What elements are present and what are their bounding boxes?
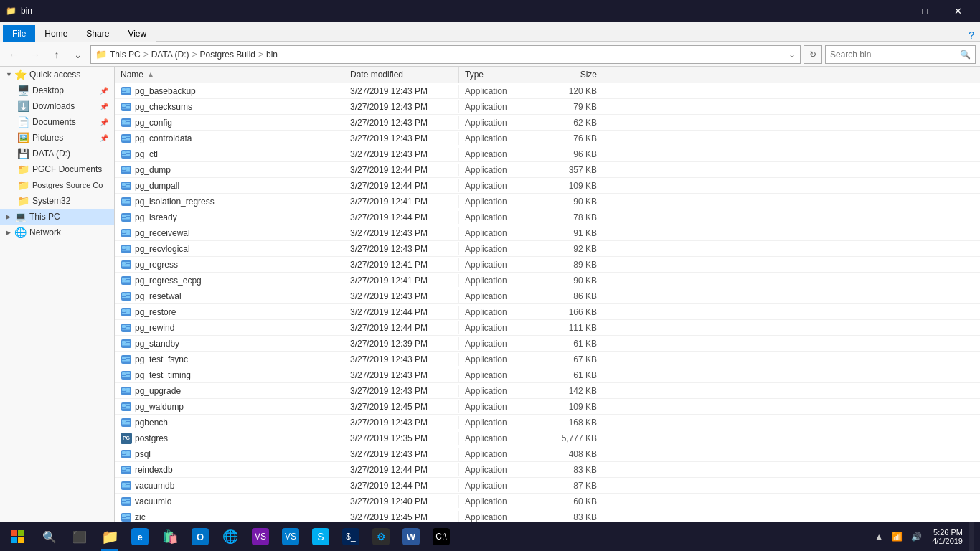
file-name: pg_isready bbox=[115, 210, 344, 225]
taskbar-vs2[interactable]: VS bbox=[275, 522, 306, 551]
tray-network[interactable]: 📶 bbox=[887, 532, 907, 542]
sidebar-item-downloads[interactable]: ⬇️ Downloads 📌 bbox=[0, 98, 114, 114]
tab-share[interactable]: Share bbox=[77, 25, 118, 42]
up-button[interactable]: ↑ bbox=[47, 45, 66, 64]
sidebar-item-pictures[interactable]: 🖼️ Pictures 📌 bbox=[0, 130, 114, 146]
table-row[interactable]: pg_controldata 3/27/2019 12:43 PM Applic… bbox=[115, 131, 980, 146]
table-row[interactable]: pg_dump 3/27/2019 12:44 PM Application 3… bbox=[115, 162, 980, 178]
tab-view[interactable]: View bbox=[118, 25, 156, 42]
col-header-name[interactable]: Name ▲ bbox=[115, 67, 344, 83]
table-row[interactable]: vacuumdb 3/27/2019 12:44 PM Application … bbox=[115, 478, 980, 494]
address-dropdown-button[interactable]: ⌄ bbox=[788, 50, 796, 60]
table-row[interactable]: pg_test_timing 3/27/2019 12:43 PM Applic… bbox=[115, 367, 980, 383]
col-header-type[interactable]: Type bbox=[459, 67, 545, 83]
taskbar-tool[interactable]: ⚙ bbox=[366, 522, 396, 551]
file-type: Application bbox=[459, 164, 545, 176]
file-name: pgbench bbox=[115, 415, 344, 430]
search-box[interactable]: 🔍 bbox=[825, 45, 976, 64]
tray-volume[interactable]: 🔊 bbox=[907, 532, 926, 542]
col-header-size[interactable]: Size bbox=[545, 67, 603, 83]
table-row[interactable]: pg_waldump 3/27/2019 12:45 PM Applicatio… bbox=[115, 399, 980, 415]
table-row[interactable]: pg_standby 3/27/2019 12:39 PM Applicatio… bbox=[115, 336, 980, 352]
table-row[interactable]: vacuumlo 3/27/2019 12:40 PM Application … bbox=[115, 494, 980, 509]
taskbar-search[interactable]: 🔍 bbox=[34, 522, 65, 551]
table-row[interactable]: pg_rewind 3/27/2019 12:44 PM Application… bbox=[115, 320, 980, 336]
taskbar-terminal[interactable]: C:\ bbox=[426, 522, 456, 551]
forward-button[interactable]: → bbox=[26, 45, 44, 64]
breadcrumb-this-pc[interactable]: This PC bbox=[110, 50, 141, 60]
start-button[interactable] bbox=[0, 522, 34, 551]
taskbar-task-view[interactable]: ⬛ bbox=[65, 522, 95, 551]
taskbar-edge[interactable]: e bbox=[125, 522, 155, 551]
app-icon bbox=[121, 243, 132, 255]
sidebar-item-pgcf-documents[interactable]: 📁 PGCF Documents bbox=[0, 161, 114, 177]
file-name: pg_restore bbox=[115, 305, 344, 319]
table-row[interactable]: pg_config 3/27/2019 12:43 PM Application… bbox=[115, 115, 980, 131]
table-row[interactable]: pg_upgrade 3/27/2019 12:43 PM Applicatio… bbox=[115, 383, 980, 399]
help-button[interactable]: ? bbox=[969, 29, 974, 41]
file-size: 111 KB bbox=[545, 321, 603, 334]
sidebar-item-desktop[interactable]: 🖥️ Desktop 📌 bbox=[0, 83, 114, 98]
table-row[interactable]: pg_receivewal 3/27/2019 12:43 PM Applica… bbox=[115, 225, 980, 241]
sidebar-item-quick-access[interactable]: ▼ ⭐ Quick access bbox=[0, 67, 114, 83]
table-row[interactable]: psql 3/27/2019 12:43 PM Application 408 … bbox=[115, 446, 980, 462]
table-row[interactable]: pg_isready 3/27/2019 12:44 PM Applicatio… bbox=[115, 209, 980, 225]
sidebar-item-postgres-source[interactable]: 📁 Postgres Source Co bbox=[0, 177, 114, 193]
minimize-button[interactable]: − bbox=[875, 0, 908, 22]
breadcrumb-bin[interactable]: bin bbox=[266, 50, 278, 60]
back-button[interactable]: ← bbox=[4, 45, 23, 64]
table-row[interactable]: pg_basebackup 3/27/2019 12:43 PM Applica… bbox=[115, 83, 980, 99]
svg-rect-101 bbox=[122, 404, 126, 407]
sidebar-item-documents[interactable]: 📄 Documents 📌 bbox=[0, 114, 114, 130]
taskbar-bash[interactable]: $_ bbox=[336, 522, 366, 551]
taskbar-vs[interactable]: VS bbox=[245, 522, 275, 551]
sidebar-item-system32[interactable]: 📁 System32 bbox=[0, 193, 114, 209]
tray-expand[interactable]: ▲ bbox=[870, 532, 887, 542]
table-row[interactable]: pg_regress 3/27/2019 12:41 PM Applicatio… bbox=[115, 257, 980, 273]
table-row[interactable]: pg_isolation_regress 3/27/2019 12:41 PM … bbox=[115, 194, 980, 209]
svg-rect-16 bbox=[122, 136, 126, 138]
table-row[interactable]: pg_test_fsync 3/27/2019 12:43 PM Applica… bbox=[115, 352, 980, 367]
table-row[interactable]: PG postgres 3/27/2019 12:35 PM Applicati… bbox=[115, 430, 980, 446]
table-row[interactable]: pg_ctl 3/27/2019 12:43 PM Application 96… bbox=[115, 146, 980, 162]
close-button[interactable]: ✕ bbox=[941, 0, 974, 22]
file-date: 3/27/2019 12:43 PM bbox=[344, 290, 459, 303]
table-row[interactable]: pg_resetwal 3/27/2019 12:43 PM Applicati… bbox=[115, 288, 980, 304]
tab-home[interactable]: Home bbox=[35, 25, 77, 42]
breadcrumb-postgres-build[interactable]: Postgres Build bbox=[200, 50, 255, 60]
refresh-button[interactable]: ↻ bbox=[804, 45, 822, 64]
table-row[interactable]: reindexdb 3/27/2019 12:44 PM Application… bbox=[115, 462, 980, 478]
network-arrow: ▶ bbox=[6, 229, 14, 236]
file-name: pg_config bbox=[115, 116, 344, 130]
file-size: 5,777 KB bbox=[545, 432, 603, 445]
table-row[interactable]: pg_recvlogical 3/27/2019 12:43 PM Applic… bbox=[115, 241, 980, 257]
sidebar-item-network[interactable]: ▶ 🌐 Network bbox=[0, 225, 114, 240]
table-row[interactable]: pg_dumpall 3/27/2019 12:44 PM Applicatio… bbox=[115, 178, 980, 194]
sidebar-item-this-pc[interactable]: ▶ 💻 This PC bbox=[0, 209, 114, 225]
sidebar-item-data-d[interactable]: 💾 DATA (D:) bbox=[0, 146, 114, 161]
recent-locations-button[interactable]: ⌄ bbox=[69, 45, 88, 64]
nav-bar: ← → ↑ ⌄ 📁 This PC > DATA (D:) > Postgres… bbox=[0, 42, 980, 67]
table-row[interactable]: pg_checksums 3/27/2019 12:43 PM Applicat… bbox=[115, 99, 980, 115]
svg-rect-68 bbox=[126, 296, 130, 297]
breadcrumb-data-d[interactable]: DATA (D:) bbox=[151, 50, 189, 60]
taskbar-outlook[interactable]: O bbox=[185, 522, 215, 551]
search-input[interactable] bbox=[830, 50, 960, 60]
maximize-button[interactable]: □ bbox=[908, 0, 941, 22]
taskbar-word[interactable]: W bbox=[396, 522, 426, 551]
taskbar-store[interactable]: 🛍️ bbox=[155, 522, 185, 551]
col-header-date[interactable]: Date modified bbox=[344, 67, 459, 83]
tab-file[interactable]: File bbox=[3, 25, 35, 42]
table-row[interactable]: pgbench 3/27/2019 12:43 PM Application 1… bbox=[115, 415, 980, 430]
show-desktop-button[interactable] bbox=[969, 522, 974, 551]
search-icon[interactable]: 🔍 bbox=[960, 50, 971, 60]
taskbar-chrome[interactable]: 🌐 bbox=[215, 522, 245, 551]
address-bar[interactable]: 📁 This PC > DATA (D:) > Postgres Build >… bbox=[90, 45, 801, 64]
table-row[interactable]: pg_restore 3/27/2019 12:44 PM Applicatio… bbox=[115, 304, 980, 320]
system-clock[interactable]: 5:26 PM 4/1/2019 bbox=[926, 528, 969, 545]
taskbar-file-explorer[interactable]: 📁 bbox=[95, 522, 125, 551]
taskbar-skype[interactable]: S bbox=[306, 522, 336, 551]
sidebar-label-data-d: DATA (D:) bbox=[32, 149, 70, 159]
table-row[interactable]: pg_regress_ecpg 3/27/2019 12:41 PM Appli… bbox=[115, 273, 980, 288]
file-type: Application bbox=[459, 463, 545, 476]
